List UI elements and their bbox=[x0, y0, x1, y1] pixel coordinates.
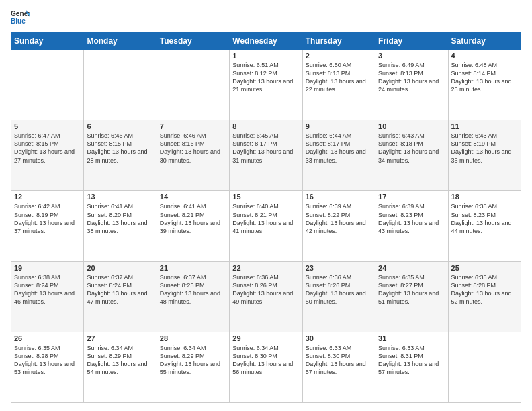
day-info: Sunrise: 6:40 AM Sunset: 8:21 PM Dayligh… bbox=[232, 202, 299, 235]
day-info: Sunrise: 6:39 AM Sunset: 8:23 PM Dayligh… bbox=[378, 202, 445, 235]
calendar-cell: 27Sunrise: 6:34 AM Sunset: 8:29 PM Dayli… bbox=[84, 332, 157, 402]
day-number: 14 bbox=[160, 193, 226, 201]
calendar-cell: 22Sunrise: 6:36 AM Sunset: 8:26 PM Dayli… bbox=[230, 261, 302, 332]
svg-text:Blue: Blue bbox=[11, 17, 26, 25]
day-info: Sunrise: 6:47 AM Sunset: 8:15 PM Dayligh… bbox=[14, 132, 81, 165]
day-number: 25 bbox=[451, 264, 518, 272]
calendar-cell: 6Sunrise: 6:46 AM Sunset: 8:15 PM Daylig… bbox=[84, 120, 157, 191]
day-number: 10 bbox=[378, 122, 445, 130]
day-number: 27 bbox=[87, 334, 153, 342]
day-info: Sunrise: 6:34 AM Sunset: 8:30 PM Dayligh… bbox=[232, 344, 299, 377]
calendar-cell: 4Sunrise: 6:48 AM Sunset: 8:14 PM Daylig… bbox=[448, 50, 521, 120]
calendar-week-5: 26Sunrise: 6:35 AM Sunset: 8:28 PM Dayli… bbox=[11, 332, 521, 402]
day-number: 5 bbox=[14, 122, 81, 130]
day-number: 19 bbox=[14, 264, 81, 272]
calendar-cell: 20Sunrise: 6:37 AM Sunset: 8:24 PM Dayli… bbox=[84, 261, 157, 332]
day-number: 7 bbox=[160, 122, 226, 130]
calendar-cell: 12Sunrise: 6:42 AM Sunset: 8:19 PM Dayli… bbox=[11, 191, 84, 261]
logo-icon: General Blue bbox=[11, 8, 30, 27]
day-header-monday: Monday bbox=[84, 33, 157, 50]
day-info: Sunrise: 6:50 AM Sunset: 8:13 PM Dayligh… bbox=[306, 61, 372, 94]
day-info: Sunrise: 6:36 AM Sunset: 8:26 PM Dayligh… bbox=[232, 273, 299, 306]
day-number: 8 bbox=[232, 122, 299, 130]
day-header-saturday: Saturday bbox=[448, 33, 521, 50]
calendar-cell: 5Sunrise: 6:47 AM Sunset: 8:15 PM Daylig… bbox=[11, 120, 84, 191]
day-info: Sunrise: 6:35 AM Sunset: 8:28 PM Dayligh… bbox=[451, 273, 518, 306]
day-number: 21 bbox=[160, 264, 226, 272]
day-number: 17 bbox=[378, 193, 445, 201]
day-number: 11 bbox=[451, 122, 518, 130]
day-number: 29 bbox=[232, 334, 299, 342]
day-info: Sunrise: 6:35 AM Sunset: 8:27 PM Dayligh… bbox=[378, 273, 445, 306]
calendar-cell: 19Sunrise: 6:38 AM Sunset: 8:24 PM Dayli… bbox=[11, 261, 84, 332]
day-info: Sunrise: 6:33 AM Sunset: 8:31 PM Dayligh… bbox=[378, 344, 445, 377]
calendar-cell bbox=[11, 50, 84, 120]
day-info: Sunrise: 6:46 AM Sunset: 8:16 PM Dayligh… bbox=[160, 132, 226, 165]
calendar-cell bbox=[448, 332, 521, 402]
calendar-header-row: SundayMondayTuesdayWednesdayThursdayFrid… bbox=[11, 33, 521, 50]
day-info: Sunrise: 6:46 AM Sunset: 8:15 PM Dayligh… bbox=[87, 132, 153, 165]
day-number: 4 bbox=[451, 52, 518, 60]
day-header-friday: Friday bbox=[375, 33, 448, 50]
day-number: 30 bbox=[306, 334, 372, 342]
day-header-thursday: Thursday bbox=[302, 33, 375, 50]
day-info: Sunrise: 6:41 AM Sunset: 8:21 PM Dayligh… bbox=[160, 202, 226, 235]
day-info: Sunrise: 6:39 AM Sunset: 8:22 PM Dayligh… bbox=[306, 202, 372, 235]
day-info: Sunrise: 6:33 AM Sunset: 8:30 PM Dayligh… bbox=[306, 344, 372, 377]
day-number: 20 bbox=[87, 264, 153, 272]
calendar-cell: 18Sunrise: 6:38 AM Sunset: 8:23 PM Dayli… bbox=[448, 191, 521, 261]
day-info: Sunrise: 6:38 AM Sunset: 8:24 PM Dayligh… bbox=[14, 273, 81, 306]
day-info: Sunrise: 6:49 AM Sunset: 8:13 PM Dayligh… bbox=[378, 61, 445, 94]
calendar-cell: 7Sunrise: 6:46 AM Sunset: 8:16 PM Daylig… bbox=[157, 120, 229, 191]
calendar-cell: 17Sunrise: 6:39 AM Sunset: 8:23 PM Dayli… bbox=[375, 191, 448, 261]
day-header-tuesday: Tuesday bbox=[157, 33, 229, 50]
calendar-cell: 28Sunrise: 6:34 AM Sunset: 8:29 PM Dayli… bbox=[157, 332, 229, 402]
calendar-page: General Blue SundayMondayTuesdayWednesda… bbox=[0, 0, 532, 411]
calendar-cell: 29Sunrise: 6:34 AM Sunset: 8:30 PM Dayli… bbox=[230, 332, 302, 402]
day-info: Sunrise: 6:41 AM Sunset: 8:20 PM Dayligh… bbox=[87, 202, 153, 235]
calendar-cell: 9Sunrise: 6:44 AM Sunset: 8:17 PM Daylig… bbox=[302, 120, 375, 191]
calendar-cell: 2Sunrise: 6:50 AM Sunset: 8:13 PM Daylig… bbox=[302, 50, 375, 120]
calendar-week-3: 12Sunrise: 6:42 AM Sunset: 8:19 PM Dayli… bbox=[11, 191, 521, 261]
day-info: Sunrise: 6:36 AM Sunset: 8:26 PM Dayligh… bbox=[306, 273, 372, 306]
day-number: 22 bbox=[232, 264, 299, 272]
day-number: 9 bbox=[306, 122, 372, 130]
calendar-cell bbox=[157, 50, 229, 120]
calendar-cell: 14Sunrise: 6:41 AM Sunset: 8:21 PM Dayli… bbox=[157, 191, 229, 261]
calendar-cell: 21Sunrise: 6:37 AM Sunset: 8:25 PM Dayli… bbox=[157, 261, 229, 332]
calendar-cell: 24Sunrise: 6:35 AM Sunset: 8:27 PM Dayli… bbox=[375, 261, 448, 332]
calendar-cell: 3Sunrise: 6:49 AM Sunset: 8:13 PM Daylig… bbox=[375, 50, 448, 120]
day-number: 24 bbox=[378, 264, 445, 272]
day-number: 18 bbox=[451, 193, 518, 201]
day-number: 23 bbox=[306, 264, 372, 272]
calendar-week-4: 19Sunrise: 6:38 AM Sunset: 8:24 PM Dayli… bbox=[11, 261, 521, 332]
day-info: Sunrise: 6:43 AM Sunset: 8:19 PM Dayligh… bbox=[451, 132, 518, 165]
day-info: Sunrise: 6:34 AM Sunset: 8:29 PM Dayligh… bbox=[160, 344, 226, 377]
header: General Blue bbox=[11, 8, 521, 27]
calendar-cell: 16Sunrise: 6:39 AM Sunset: 8:22 PM Dayli… bbox=[302, 191, 375, 261]
calendar-cell: 1Sunrise: 6:51 AM Sunset: 8:12 PM Daylig… bbox=[230, 50, 302, 120]
day-header-sunday: Sunday bbox=[11, 33, 84, 50]
calendar-cell: 26Sunrise: 6:35 AM Sunset: 8:28 PM Dayli… bbox=[11, 332, 84, 402]
calendar-cell: 15Sunrise: 6:40 AM Sunset: 8:21 PM Dayli… bbox=[230, 191, 302, 261]
day-number: 12 bbox=[14, 193, 81, 201]
calendar-cell: 13Sunrise: 6:41 AM Sunset: 8:20 PM Dayli… bbox=[84, 191, 157, 261]
calendar-cell bbox=[84, 50, 157, 120]
day-number: 3 bbox=[378, 52, 445, 60]
day-number: 31 bbox=[378, 334, 445, 342]
day-number: 2 bbox=[306, 52, 372, 60]
day-info: Sunrise: 6:37 AM Sunset: 8:25 PM Dayligh… bbox=[160, 273, 226, 306]
day-info: Sunrise: 6:48 AM Sunset: 8:14 PM Dayligh… bbox=[451, 61, 518, 94]
day-info: Sunrise: 6:42 AM Sunset: 8:19 PM Dayligh… bbox=[14, 202, 81, 235]
calendar-cell: 25Sunrise: 6:35 AM Sunset: 8:28 PM Dayli… bbox=[448, 261, 521, 332]
day-info: Sunrise: 6:44 AM Sunset: 8:17 PM Dayligh… bbox=[306, 132, 372, 165]
calendar-cell: 30Sunrise: 6:33 AM Sunset: 8:30 PM Dayli… bbox=[302, 332, 375, 402]
day-info: Sunrise: 6:45 AM Sunset: 8:17 PM Dayligh… bbox=[232, 132, 299, 165]
calendar-cell: 11Sunrise: 6:43 AM Sunset: 8:19 PM Dayli… bbox=[448, 120, 521, 191]
calendar-cell: 8Sunrise: 6:45 AM Sunset: 8:17 PM Daylig… bbox=[230, 120, 302, 191]
day-number: 26 bbox=[14, 334, 81, 342]
calendar-week-1: 1Sunrise: 6:51 AM Sunset: 8:12 PM Daylig… bbox=[11, 50, 521, 120]
calendar-table: SundayMondayTuesdayWednesdayThursdayFrid… bbox=[11, 32, 521, 403]
day-info: Sunrise: 6:51 AM Sunset: 8:12 PM Dayligh… bbox=[232, 61, 299, 94]
calendar-cell: 10Sunrise: 6:43 AM Sunset: 8:18 PM Dayli… bbox=[375, 120, 448, 191]
